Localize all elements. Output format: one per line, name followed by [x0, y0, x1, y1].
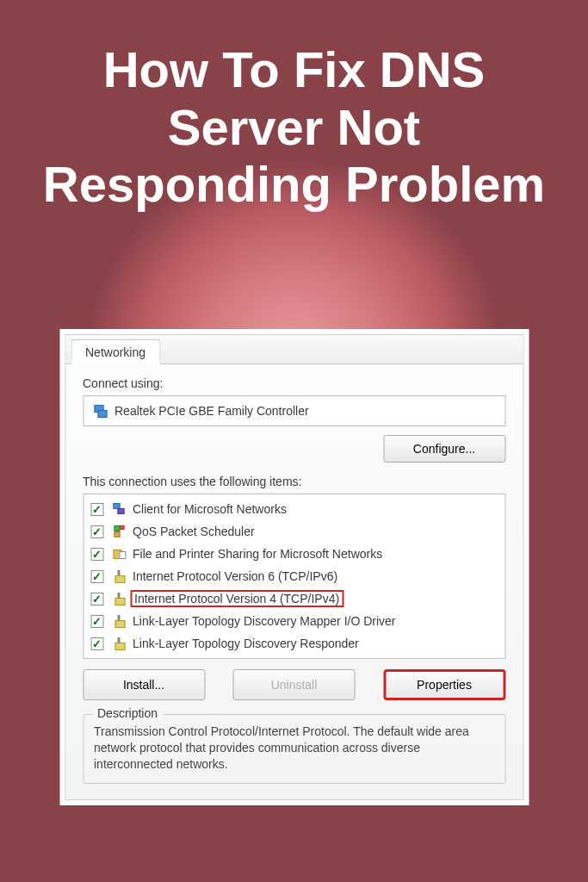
list-item-label: QoS Packet Scheduler [133, 525, 255, 538]
connect-using-label: Connect using: [83, 376, 505, 390]
description-text: Transmission Control Protocol/Internet P… [94, 724, 494, 773]
checkbox-icon[interactable] [90, 548, 103, 561]
checkbox-icon[interactable] [90, 503, 103, 516]
dialog-container: Networking Connect using: Realtek PCIe G… [59, 329, 529, 805]
page-title: How To Fix DNS Server Not Responding Pro… [0, 41, 588, 214]
configure-button[interactable]: Configure... [383, 435, 505, 463]
uninstall-button: Uninstall [233, 669, 356, 700]
description-group: Description Transmission Control Protoco… [83, 714, 505, 784]
list-item[interactable]: File and Printer Sharing for Microsoft N… [84, 543, 504, 565]
qos-icon [110, 524, 126, 539]
list-item-label: Link-Layer Topology Discovery Mapper I/O… [133, 614, 396, 628]
checkbox-icon[interactable] [90, 525, 103, 538]
protocol-icon [110, 568, 126, 584]
list-item[interactable]: Client for Microsoft Networks [84, 498, 504, 520]
list-item[interactable]: Link-Layer Topology Discovery Mapper I/O… [84, 610, 504, 632]
list-item-label: Link-Layer Topology Discovery Responder [133, 637, 359, 650]
network-adapter-icon [92, 403, 108, 419]
checkbox-icon[interactable] [90, 637, 103, 650]
tab-panel: Connect using: Realtek PCIe GBE Family C… [65, 364, 523, 799]
connection-items-list: Client for Microsoft Networks QoS Packet… [83, 494, 505, 659]
description-group-title: Description [92, 706, 163, 720]
protocol-icon [110, 613, 126, 629]
list-item-label: Client for Microsoft Networks [133, 502, 287, 516]
client-icon [110, 501, 126, 517]
file-sharing-icon [110, 546, 126, 562]
checkbox-icon[interactable] [90, 615, 103, 628]
properties-button[interactable]: Properties [383, 669, 505, 700]
adapter-field[interactable]: Realtek PCIe GBE Family Controller [83, 395, 505, 426]
adapter-name-text: Realtek PCIe GBE Family Controller [115, 404, 309, 418]
list-item[interactable]: Internet Protocol Version 6 (TCP/IPv6) [84, 565, 504, 587]
tab-strip: Networking [65, 335, 523, 364]
list-item-label: Internet Protocol Version 6 (TCP/IPv6) [133, 569, 337, 583]
properties-dialog: Networking Connect using: Realtek PCIe G… [65, 334, 523, 800]
list-item[interactable]: Link-Layer Topology Discovery Responder [84, 632, 504, 655]
tab-networking[interactable]: Networking [71, 339, 160, 364]
protocol-icon [110, 636, 126, 651]
checkbox-icon[interactable] [90, 570, 103, 583]
list-item-label: Internet Protocol Version 4 (TCP/IPv4) [130, 590, 344, 607]
list-item-label: File and Printer Sharing for Microsoft N… [133, 547, 382, 561]
list-item[interactable]: QoS Packet Scheduler [84, 520, 504, 543]
protocol-icon [110, 591, 126, 606]
install-button[interactable]: Install... [83, 669, 205, 700]
items-list-label: This connection uses the following items… [83, 475, 505, 488]
checkbox-icon[interactable] [90, 593, 103, 606]
list-item-ipv4[interactable]: Internet Protocol Version 4 (TCP/IPv4) [84, 587, 504, 610]
